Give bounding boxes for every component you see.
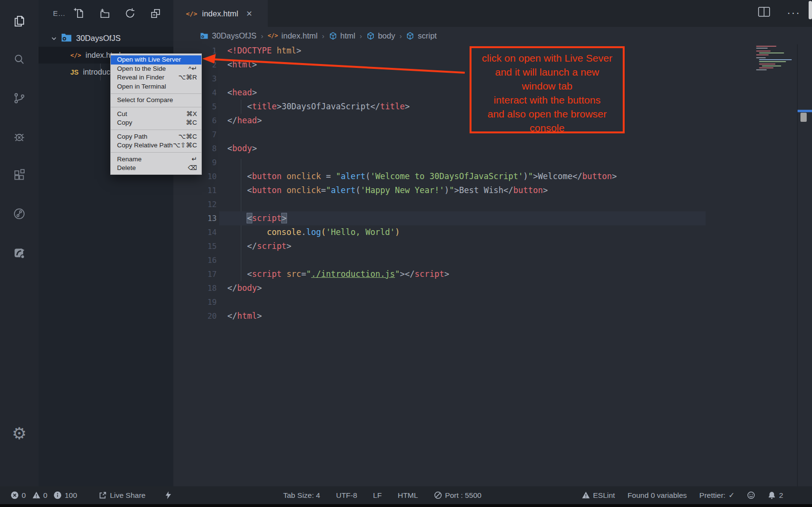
port-icon <box>434 491 442 499</box>
menu-separator <box>111 93 201 94</box>
code-line: <head> <box>227 86 257 100</box>
error-icon <box>11 491 19 499</box>
menu-item-select-for-compare[interactable]: Select for Compare <box>111 96 201 105</box>
minimap[interactable] <box>756 46 799 70</box>
code-line: </html> <box>227 309 262 323</box>
current-line-highlight <box>219 211 706 225</box>
live-share-status[interactable]: Live Share <box>99 491 145 500</box>
line-number: 16 <box>173 253 217 267</box>
menu-item-open-with-live-server[interactable]: Open with Live Server <box>111 55 201 65</box>
js-file-icon: JS <box>70 68 79 76</box>
code-line: <html> <box>227 58 257 72</box>
problems-errors[interactable]: 0 <box>11 491 26 500</box>
new-folder-icon[interactable] <box>99 8 110 21</box>
warning-icon <box>32 491 40 499</box>
live-share-icon[interactable] <box>0 199 39 228</box>
menu-item-copy-path[interactable]: Copy Path⌥⌘C <box>111 132 201 142</box>
eslint-status[interactable]: ESLint <box>582 491 615 500</box>
share-arrow-icon[interactable] <box>0 238 39 267</box>
smiley-icon <box>747 491 755 499</box>
explorer-title: E… <box>53 9 65 17</box>
warning-icon <box>582 491 590 499</box>
menu-item-open-to-the-side[interactable]: Open to the Side^↵ <box>111 65 201 74</box>
search-icon[interactable] <box>0 45 39 74</box>
explorer-header: E… <box>39 0 173 27</box>
extensions-icon[interactable] <box>0 161 39 190</box>
code-line: <button onclick = "alert('Welcome to 30D… <box>227 169 617 183</box>
collapse-all-icon[interactable] <box>150 8 161 21</box>
problems-infos[interactable]: 100 <box>53 491 77 500</box>
annotation-box: click on open with Live Sever and it wil… <box>470 46 625 133</box>
line-number: 15 <box>173 239 217 253</box>
context-menu: Open with Live ServerOpen to the Side^↵R… <box>110 53 202 175</box>
menu-item-copy-relative-path[interactable]: Copy Relative Path⌥⇧⌘C <box>111 141 201 150</box>
menu-separator <box>111 107 201 107</box>
new-file-icon[interactable] <box>73 8 85 21</box>
scrollbar-remnant <box>809 1 812 19</box>
variables-status[interactable]: Found 0 variables <box>628 491 687 500</box>
overview-marker <box>798 110 812 112</box>
code-line: <body> <box>227 142 257 156</box>
folder-row-30daysofjs[interactable]: 30DaysOfJS <box>39 30 173 47</box>
line-number: 13 <box>173 211 217 225</box>
feedback-smiley[interactable] <box>747 491 755 499</box>
problems-warnings[interactable]: 0 <box>32 491 48 500</box>
tab-size-status[interactable]: Tab Size: 4 <box>283 491 320 500</box>
code-line: </script> <box>227 239 291 253</box>
line-number: 12 <box>173 197 217 211</box>
code-line: <script> <box>227 211 287 225</box>
chevron-down-icon <box>50 35 58 42</box>
menu-item-reveal-in-finder[interactable]: Reveal in Finder⌥⌘R <box>111 73 201 82</box>
menu-item-delete[interactable]: Delete⌫ <box>111 164 201 173</box>
menu-item-copy[interactable]: Copy⌘C <box>111 118 201 128</box>
eol-status[interactable]: LF <box>373 491 382 500</box>
code-line: <title>30DaysOfJavaScript</title> <box>227 100 410 114</box>
source-control-icon[interactable] <box>0 84 39 113</box>
html-file-icon: </> <box>70 52 81 59</box>
menu-separator <box>111 130 201 130</box>
menu-item-cut[interactable]: Cut⌘X <box>111 110 201 119</box>
vscode-window: ⚙ E… <box>0 0 812 507</box>
status-bar: 0 0 100 Live Share Tab Size: 4 UTF-8 LF … <box>0 486 812 504</box>
debug-icon[interactable] <box>0 122 39 151</box>
files-icon[interactable] <box>0 7 39 36</box>
line-number: 14 <box>173 225 217 239</box>
line-number: 20 <box>173 309 217 323</box>
code-line: <button onclick="alert('Happy New Year!'… <box>227 183 548 197</box>
settings-gear-icon[interactable]: ⚙ <box>0 419 39 448</box>
menu-item-open-in-terminal[interactable]: Open in Terminal <box>111 82 201 91</box>
scrollbar-thumb[interactable] <box>800 113 807 122</box>
notifications[interactable]: 2 <box>768 491 783 500</box>
line-number: 19 <box>173 295 217 309</box>
prettier-status[interactable]: Prettier: ✓ <box>699 491 734 500</box>
line-number: 11 <box>173 183 217 197</box>
window-bottom-edge <box>0 504 812 507</box>
lightning-icon[interactable] <box>164 491 172 499</box>
menu-separator <box>111 152 201 153</box>
refresh-icon[interactable] <box>124 8 136 21</box>
activity-bar: ⚙ <box>0 0 39 486</box>
encoding-status[interactable]: UTF-8 <box>336 491 357 500</box>
port-status[interactable]: Port : 5500 <box>434 491 482 500</box>
share-icon <box>99 491 107 499</box>
language-status[interactable]: HTML <box>398 491 418 500</box>
check-icon: ✓ <box>728 491 734 500</box>
bell-icon <box>768 491 776 499</box>
code-line: </head> <box>227 114 262 128</box>
line-number: 17 <box>173 267 217 281</box>
folder-icon <box>61 33 72 44</box>
code-line: <!DOCTYPE html> <box>227 44 301 58</box>
info-icon <box>53 491 62 499</box>
code-line: <script src="./introduction.js"></script… <box>227 267 449 281</box>
line-number: 18 <box>173 281 217 295</box>
code-line: console.log('Hello, World') <box>227 225 400 239</box>
code-line: </body> <box>227 281 262 295</box>
menu-item-rename[interactable]: Rename↵ <box>111 155 201 164</box>
folder-label: 30DaysOfJS <box>76 34 121 43</box>
